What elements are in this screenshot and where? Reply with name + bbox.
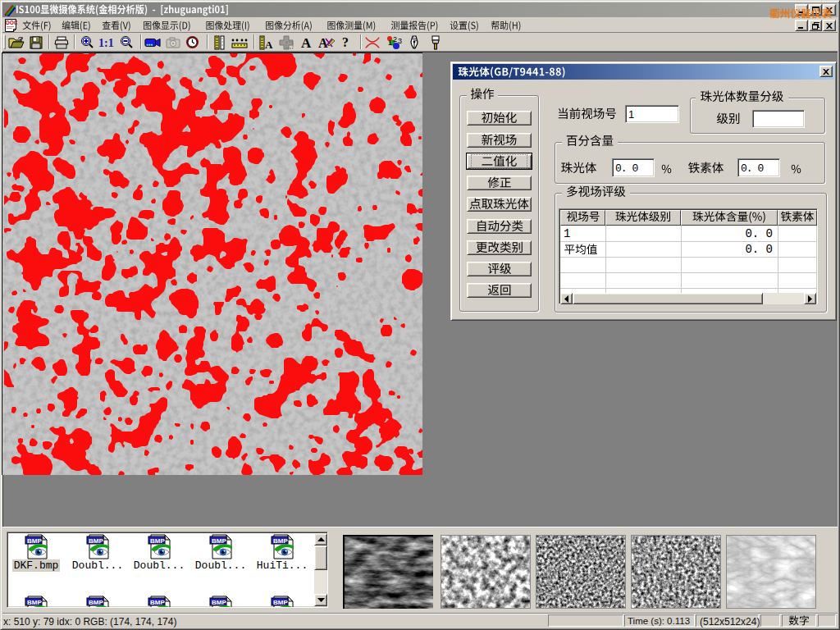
- svg-text:BMP: BMP: [27, 537, 42, 545]
- svg-text:BMP: BMP: [273, 599, 288, 606]
- svg-text:DOC: DOC: [6, 20, 17, 25]
- svg-text:2: 2: [393, 35, 397, 43]
- svg-text:?: ?: [342, 35, 349, 49]
- svg-text:BMP: BMP: [150, 537, 165, 545]
- svg-text:1: 1: [388, 39, 392, 47]
- svg-text:BMP: BMP: [150, 599, 165, 606]
- svg-text:A: A: [265, 39, 273, 50]
- svg-text:BMP: BMP: [212, 599, 226, 606]
- svg-text:BMP: BMP: [27, 599, 42, 606]
- svg-text:BMP: BMP: [89, 599, 103, 606]
- svg-text:BMP: BMP: [273, 537, 288, 545]
- svg-text:1:1: 1:1: [98, 37, 114, 48]
- svg-text:BMP: BMP: [212, 537, 226, 545]
- svg-text:A: A: [301, 36, 312, 49]
- svg-text:3: 3: [398, 37, 402, 45]
- svg-text:A: A: [318, 36, 328, 49]
- svg-text:BMP: BMP: [89, 537, 103, 545]
